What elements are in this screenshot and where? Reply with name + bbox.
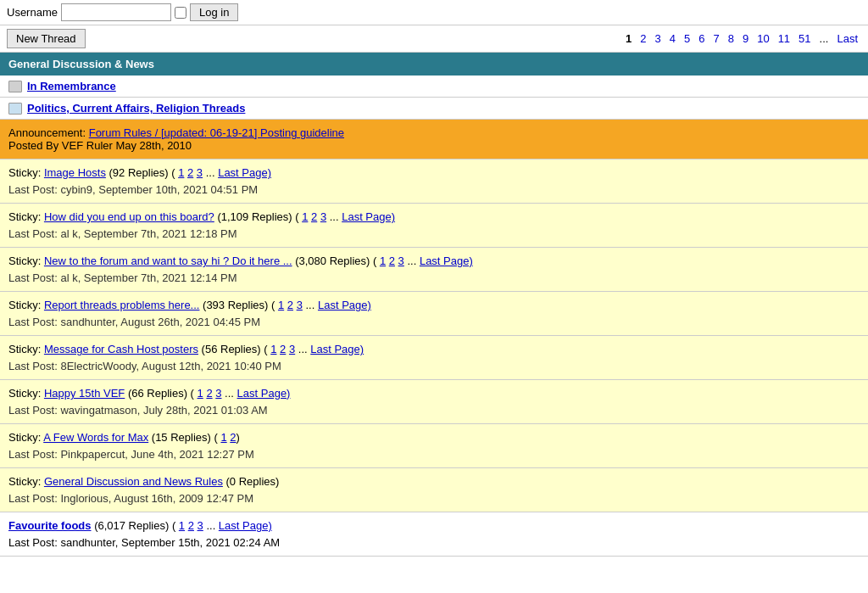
folder-icon [8,81,22,92]
last-page-link[interactable]: Last Page) [310,343,364,355]
thread-link[interactable]: Message for Cash Host posters [44,343,198,355]
last-post-line: Last Post: 8ElectricWoody, August 12th, … [8,358,860,375]
sticky-thread-how-did-you-end-up: Sticky: How did you end up on this board… [0,204,868,248]
sticky-prefix: Sticky: [8,343,44,355]
thread-title-line: Favourite foods (6,017 Replies) ( 1 2 3 … [8,517,860,534]
last-page-link[interactable]: Last Page) [342,210,395,223]
thread-replies: (92 Replies) ( [106,166,178,179]
page-link-3[interactable]: 3 [197,166,203,179]
page-last[interactable]: Last [833,31,861,46]
sticky-prefix: Sticky: [8,255,44,267]
page-3[interactable]: 3 [652,31,665,46]
page-link-1[interactable]: 1 [270,343,276,355]
thread-replies: (0 Replies) [223,475,279,488]
page-8[interactable]: 8 [725,31,737,46]
subcategory-politics: Politics, Current Affairs, Religion Thre… [0,98,868,120]
sticky-thread-cash-host: Sticky: Message for Cash Host posters (5… [0,336,868,380]
sticky-thread-gd-news-rules: Sticky: General Discussion and News Rule… [0,468,868,512]
page-link-1[interactable]: 1 [179,519,185,532]
ellipsis: ... [203,519,219,532]
ellipsis: ... [203,166,218,179]
page-5[interactable]: 5 [681,31,693,46]
thread-title-line: Sticky: A Few Words for Max (15 Replies)… [8,429,860,446]
page-link-1[interactable]: 1 [380,255,386,267]
ellipsis: ... [326,210,342,223]
section-header: General Discussion & News [0,53,868,76]
page-1[interactable]: 1 [622,31,635,46]
new-thread-button[interactable]: New Thread [7,29,86,48]
remember-checkbox[interactable] [175,7,186,19]
page-link-1[interactable]: 1 [278,299,284,311]
page-10[interactable]: 10 [754,31,772,46]
page-6[interactable]: 6 [695,31,708,46]
thread-replies: (393 Replies) ( [199,299,277,311]
last-page-link[interactable]: Last Page) [318,299,371,311]
last-post-line: Last Post: sandhunter, September 15th, 2… [8,534,860,551]
thread-replies: (56 Replies) ( [198,343,270,355]
thread-link[interactable]: General Discussion and News Rules [44,475,223,488]
page-7[interactable]: 7 [709,31,722,46]
sticky-thread-report-problems: Sticky: Report threads problems here... … [0,292,868,336]
close-paren: ) [236,431,240,444]
thread-replies: (3,080 Replies) ( [292,255,380,267]
thread-link-favourite-foods[interactable]: Favourite foods [8,519,92,532]
page-11[interactable]: 11 [775,31,793,46]
last-post-line: Last Post: cybin9, September 10th, 2021 … [8,182,860,199]
page-link-2[interactable]: 2 [311,210,317,223]
page-link-1[interactable]: 1 [302,210,308,223]
last-post-line: Last Post: Pinkpapercut, June 4th, 2021 … [8,446,860,463]
page-link-2[interactable]: 2 [389,255,395,267]
announcement-row: Announcement: Forum Rules / [updated: 06… [0,120,868,159]
page-link-1[interactable]: 1 [198,387,203,400]
last-post-line: Last Post: sandhunter, August 26th, 2021… [8,314,860,331]
last-page-link[interactable]: Last Page) [237,387,291,400]
page-link-2[interactable]: 2 [280,343,286,355]
thread-title-line: Sticky: Message for Cash Host posters (5… [8,341,860,358]
page-link-2[interactable]: 2 [230,431,236,444]
login-area: Username Log in [7,3,238,21]
page-4[interactable]: 4 [666,31,679,46]
sticky-thread-few-words-max: Sticky: A Few Words for Max (15 Replies)… [0,424,868,468]
page-link-2[interactable]: 2 [188,519,194,532]
page-link-1[interactable]: 1 [178,166,184,179]
folder-icon-active [8,103,22,115]
thread-favourite-foods: Favourite foods (6,017 Replies) ( 1 2 3 … [0,512,868,557]
toolbar-row: New Thread 1 2 3 4 5 6 7 8 9 10 11 51 ..… [0,25,868,53]
ellipsis: ... [404,255,420,267]
subcategory-link-politics[interactable]: Politics, Current Affairs, Religion Thre… [27,102,245,115]
sticky-prefix: Sticky: [8,387,44,400]
thread-replies: (1,109 Replies) ( [214,210,302,223]
announcement-prefix: Announcement: [8,126,89,139]
last-post-line: Last Post: Inglorious, August 16th, 2009… [8,490,860,507]
thread-link[interactable]: Report threads problems here... [44,299,200,311]
page-link-3[interactable]: 3 [215,387,221,400]
page-link-2[interactable]: 2 [287,299,293,311]
page-link-3[interactable]: 3 [198,519,203,532]
thread-link[interactable]: A Few Words for Max [43,431,148,444]
login-button[interactable]: Log in [190,3,238,21]
page-link-3[interactable]: 3 [398,255,404,267]
page-link-2[interactable]: 2 [206,387,212,400]
last-post-line: Last Post: wavingatmason, July 28th, 202… [8,402,860,419]
page-link-3[interactable]: 3 [297,299,303,311]
last-page-link[interactable]: Last Page) [420,255,473,267]
sticky-prefix: Sticky: [8,210,44,223]
thread-link[interactable]: New to the forum and want to say hi ? Do… [44,255,292,267]
subcategory-link-in-remembrance[interactable]: In Remembrance [27,80,116,92]
page-link-1[interactable]: 1 [220,431,226,444]
last-post-line: Last Post: al k, September 7th, 2021 12:… [8,270,860,287]
thread-link-image-hosts[interactable]: Image Hosts [44,166,106,179]
username-input[interactable] [61,3,171,21]
announcement-link[interactable]: Forum Rules / [updated: 06-19-21] Postin… [89,126,344,139]
thread-link[interactable]: Happy 15th VEF [44,387,125,400]
last-page-link[interactable]: Last Page) [218,166,271,179]
page-link-2[interactable]: 2 [187,166,193,179]
page-2[interactable]: 2 [637,31,649,46]
thread-link[interactable]: How did you end up on this board? [44,210,214,223]
sticky-thread-image-hosts: Sticky: Image Hosts (92 Replies) ( 1 2 3… [0,159,868,204]
page-9[interactable]: 9 [739,31,752,46]
sticky-thread-happy-15th: Sticky: Happy 15th VEF (66 Replies) ( 1 … [0,380,868,424]
page-51[interactable]: 51 [795,31,814,46]
last-page-link[interactable]: Last Page) [219,519,272,532]
thread-title-line: Sticky: Image Hosts (92 Replies) ( 1 2 3… [8,165,860,182]
